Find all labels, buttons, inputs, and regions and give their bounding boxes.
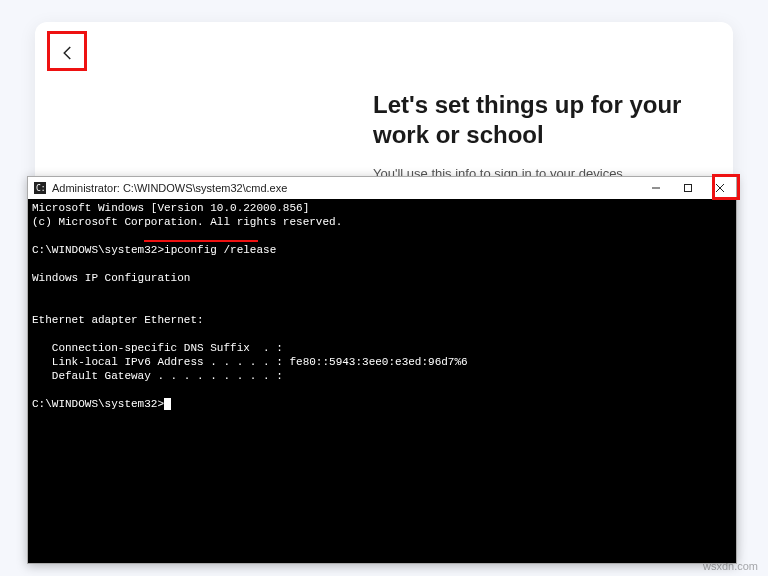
watermark: wsxdn.com (703, 560, 758, 572)
terminal-line: Connection-specific DNS Suffix . : (32, 342, 283, 354)
terminal-line: Microsoft Windows [Version 10.0.22000.85… (32, 202, 309, 214)
cmd-window: C: Administrator: C:\WINDOWS\system32\cm… (27, 176, 737, 564)
terminal-line: Default Gateway . . . . . . . . . : (32, 370, 283, 382)
terminal-cursor (164, 398, 171, 410)
terminal-prompt: C:\WINDOWS\system32> (32, 398, 164, 410)
terminal-line: (c) Microsoft Corporation. All rights re… (32, 216, 342, 228)
cmd-icon: C: (33, 181, 47, 195)
page-title: Let's set things up for your work or sch… (373, 90, 693, 150)
minimize-button[interactable] (640, 177, 672, 199)
window-controls (640, 177, 736, 199)
close-icon (715, 183, 725, 193)
close-button[interactable] (704, 177, 736, 199)
terminal-prompt: C:\WINDOWS\system32> (32, 244, 164, 256)
terminal-command: ipconfig /release (164, 244, 276, 256)
terminal-line: Windows IP Configuration (32, 272, 190, 284)
terminal-line: Link-local IPv6 Address . . . . . : fe80… (32, 356, 468, 368)
terminal-output[interactable]: Microsoft Windows [Version 10.0.22000.85… (28, 199, 736, 563)
terminal-line: Ethernet adapter Ethernet: (32, 314, 204, 326)
maximize-button[interactable] (672, 177, 704, 199)
titlebar[interactable]: C: Administrator: C:\WINDOWS\system32\cm… (28, 177, 736, 199)
minimize-icon (651, 183, 661, 193)
maximize-icon (683, 183, 693, 193)
window-title: Administrator: C:\WINDOWS\system32\cmd.e… (52, 182, 640, 194)
back-button[interactable] (51, 36, 85, 70)
arrow-left-icon (59, 44, 77, 62)
svg-text:C:: C: (36, 184, 46, 193)
oobe-content: Let's set things up for your work or sch… (373, 90, 693, 181)
svg-rect-3 (685, 185, 692, 192)
